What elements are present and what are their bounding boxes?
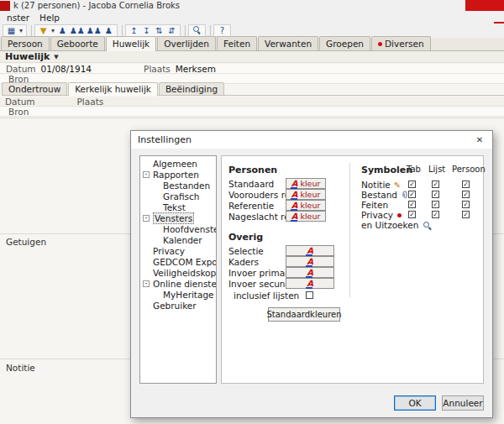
tree-item-kalender[interactable]: Kalender bbox=[140, 235, 216, 246]
dialog-titlebar[interactable]: Instellingen ✕ bbox=[131, 131, 492, 149]
inclusief-lijsten-checkbox[interactable] bbox=[306, 291, 313, 299]
panel-separator bbox=[349, 163, 350, 297]
tree-item-myheritage[interactable]: MyHeritage bbox=[140, 290, 216, 301]
tree-item-algemeen[interactable]: Algemeen bbox=[140, 159, 216, 170]
feiten-lijst-checkbox[interactable]: ✓ bbox=[432, 201, 439, 208]
tab-label: Overlijden bbox=[164, 39, 209, 49]
move-down-icon[interactable]: ↧ bbox=[140, 25, 153, 36]
section-title: Huwelijk bbox=[5, 51, 50, 62]
plaats-label: Plaats bbox=[144, 64, 171, 74]
color-row-kaders: Kaders A bbox=[228, 256, 349, 267]
plaats-value-field[interactable]: Merksem bbox=[176, 64, 216, 74]
tree-item-veiligheidskopie[interactable]: Veiligheidskopie bbox=[140, 268, 216, 279]
filter-caret-icon[interactable]: ▾ bbox=[50, 25, 56, 36]
close-icon[interactable]: ✕ bbox=[467, 131, 492, 149]
views-icon[interactable]: ▦ bbox=[5, 25, 18, 36]
symbolen-group-title: Symbolen bbox=[361, 165, 412, 175]
titlebar[interactable]: k (27 personen) - Jacoba Cornelia Broks bbox=[0, 0, 504, 11]
family-icon[interactable]: ♟♟ bbox=[86, 25, 102, 36]
tab-diversen[interactable]: Diversen bbox=[371, 36, 431, 50]
tab-label: Huwelijk bbox=[113, 39, 150, 49]
collapse-icon[interactable]: - bbox=[143, 215, 150, 222]
kleur-button-invoer-secundair[interactable]: A bbox=[286, 278, 334, 289]
sort-downup-icon[interactable]: ⇵ bbox=[165, 25, 178, 36]
tree-item-label: Vensters bbox=[153, 212, 194, 224]
notitie-persoon-checkbox[interactable]: ✓ bbox=[462, 181, 470, 188]
parents-icon[interactable]: ♟♟ bbox=[69, 25, 86, 36]
move-up-icon[interactable]: ↥ bbox=[128, 25, 140, 36]
notitie-tab-checkbox[interactable]: ✓ bbox=[408, 181, 416, 188]
section-header-huwelijk[interactable]: Huwelijk ▼ bbox=[0, 51, 504, 63]
kleur-button-nageslacht[interactable]: Akleur bbox=[286, 211, 326, 222]
privacy-tab-checkbox[interactable]: ✓ bbox=[408, 211, 416, 218]
feiten-persoon-checkbox[interactable]: ✓ bbox=[462, 201, 470, 208]
menu-help[interactable]: Help bbox=[34, 12, 65, 24]
aldfaer-a-icon: A bbox=[307, 280, 313, 288]
menu-venster[interactable]: nster bbox=[2, 12, 34, 24]
kleur-button-selectie[interactable]: A bbox=[286, 245, 334, 256]
kleur-button-kaders[interactable]: A bbox=[286, 256, 334, 267]
bestand-tab-checkbox[interactable]: ✓ bbox=[408, 191, 416, 198]
views-caret-icon[interactable]: ▾ bbox=[18, 25, 24, 36]
bron-label[interactable]: Bron bbox=[8, 107, 29, 117]
tree-item-grafisch[interactable]: Grafisch bbox=[140, 191, 216, 202]
kleur-button-voorouders[interactable]: Akleur bbox=[286, 189, 326, 200]
church-table-header: Datum Plaats bbox=[0, 97, 504, 107]
toolbar-separator bbox=[185, 25, 186, 36]
siblings-icon[interactable]: ♟ bbox=[102, 25, 115, 36]
tree-item-label: Gebruiker bbox=[153, 301, 197, 311]
subtab-label: Kerkelijk huwelijk bbox=[75, 84, 151, 94]
tab-label: Verwanten bbox=[265, 39, 312, 49]
tab-groepen[interactable]: Groepen bbox=[319, 36, 370, 50]
ok-button[interactable]: OK bbox=[394, 395, 436, 411]
bestand-persoon-checkbox[interactable]: ✓ bbox=[462, 191, 470, 198]
bestand-lijst-checkbox[interactable]: ✓ bbox=[432, 191, 439, 198]
row-label: Bestand bbox=[361, 190, 397, 200]
kleur-button-referentie[interactable]: Akleur bbox=[286, 200, 326, 211]
subtab-label: Ondertrouw bbox=[8, 84, 60, 94]
magnifier-icon bbox=[423, 221, 432, 230]
help-icon[interactable]: ? bbox=[216, 25, 228, 36]
subtab-kerkelijk-huwelijk[interactable]: Kerkelijk huwelijk bbox=[68, 82, 158, 96]
subtab-ondertrouw[interactable]: Ondertrouw bbox=[2, 82, 67, 95]
app-menu-icon[interactable] bbox=[0, 1, 10, 11]
pencil-icon: ✎ bbox=[394, 181, 401, 190]
marriage-date-row: Datum 01/08/1914 Plaats Merksem bbox=[0, 64, 504, 74]
standaardkleuren-button[interactable]: Standaardkleuren bbox=[268, 307, 340, 322]
privacy-lijst-checkbox[interactable]: ✓ bbox=[432, 211, 439, 218]
tab-persoon[interactable]: Persoon bbox=[1, 36, 50, 50]
tab-overlijden[interactable]: Overlijden bbox=[157, 36, 216, 50]
tree-item-vensters[interactable]: -Vensters bbox=[140, 213, 216, 224]
tree-item-privacy[interactable]: Privacy bbox=[140, 246, 216, 257]
tab-verwanten[interactable]: Verwanten bbox=[258, 36, 318, 50]
subtab-beeindiging[interactable]: Beëindiging bbox=[159, 82, 224, 95]
tree-item-rapporten[interactable]: -Rapporten bbox=[140, 170, 216, 181]
symbol-row-privacy: Privacy ✓ ✓ ✓ bbox=[361, 210, 481, 220]
tab-feiten[interactable]: Feiten bbox=[217, 36, 257, 50]
tree-item-bestanden[interactable]: Bestanden bbox=[140, 181, 216, 191]
notitie-lijst-checkbox[interactable]: ✓ bbox=[432, 181, 439, 188]
annuleer-button[interactable]: Annuleer bbox=[442, 395, 484, 411]
collapse-icon[interactable]: - bbox=[143, 280, 150, 287]
filter-icon[interactable]: ▼ bbox=[37, 25, 50, 36]
tree-item-hoofdvenster[interactable]: Hoofdvenster bbox=[140, 224, 216, 235]
kleur-button-standaard[interactable]: Akleur bbox=[286, 178, 326, 189]
tab-geboorte[interactable]: Geboorte bbox=[50, 36, 105, 50]
search-icon[interactable] bbox=[191, 25, 203, 37]
tree-item-gebruiker[interactable]: Gebruiker bbox=[140, 301, 216, 311]
tree-item-online-diensten[interactable]: -Online diensten bbox=[140, 279, 216, 290]
privacy-persoon-checkbox[interactable]: ✓ bbox=[462, 211, 470, 218]
sort-updown-icon[interactable]: ⇅ bbox=[153, 25, 165, 36]
column-header-persoon: Persoon bbox=[452, 165, 486, 174]
feiten-tab-checkbox[interactable]: ✓ bbox=[408, 201, 416, 208]
tree-item-label: Bestanden bbox=[163, 181, 210, 191]
toolbar-group-sort: ↥ ↧ ⇅ ⇵ bbox=[125, 24, 181, 37]
tree-item-label: Grafisch bbox=[163, 191, 199, 202]
collapse-icon[interactable]: - bbox=[143, 171, 150, 178]
person-icon[interactable]: ♟ bbox=[56, 25, 69, 36]
tab-huwelijk[interactable]: Huwelijk bbox=[106, 36, 156, 51]
kleur-button-invoer-primair[interactable]: A bbox=[286, 267, 334, 278]
tree-item-gedcom-export[interactable]: GEDCOM Export bbox=[140, 257, 216, 268]
datum-value-field[interactable]: 01/08/1914 bbox=[41, 64, 92, 74]
divider-line bbox=[0, 118, 504, 118]
